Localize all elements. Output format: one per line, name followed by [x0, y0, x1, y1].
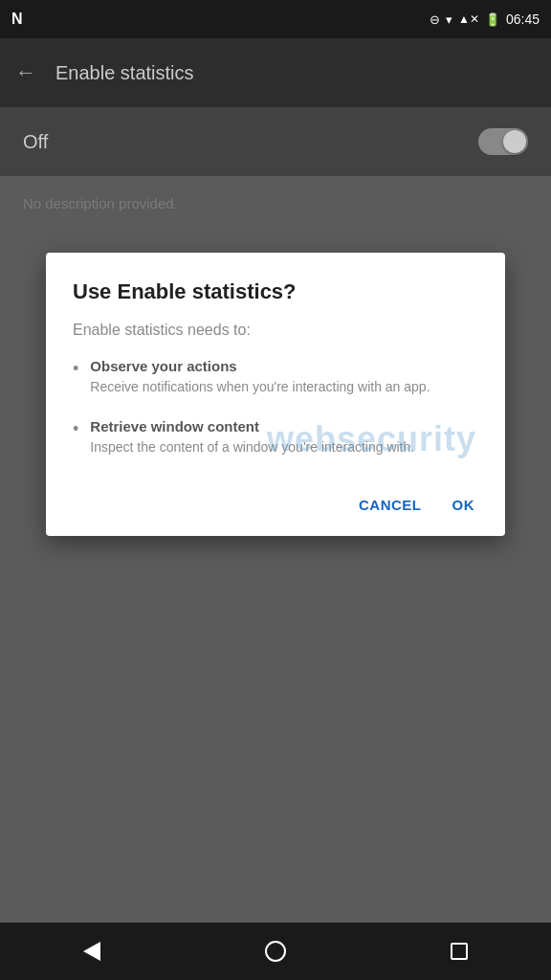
permission-desc-observe: Receive notifications when you're intera…	[90, 378, 430, 397]
nav-home-button[interactable]	[253, 928, 298, 974]
settings-row: Off	[0, 107, 551, 176]
toggle-knob	[503, 130, 526, 153]
nav-bar	[0, 923, 551, 980]
bullet-icon-retrieve: •	[73, 418, 78, 440]
enable-statistics-toggle[interactable]	[478, 128, 528, 155]
nav-recents-button[interactable]	[436, 928, 482, 974]
n-logo-icon: N	[11, 11, 23, 28]
home-circle-icon	[265, 941, 286, 962]
wifi-icon: ▾	[446, 12, 452, 27]
ok-button[interactable]: OK	[449, 489, 479, 521]
permission-item-retrieve: • Retrieve window content Inspect the co…	[73, 418, 478, 457]
permission-title-retrieve: Retrieve window content	[90, 418, 414, 434]
status-bar-left: N	[11, 11, 23, 28]
dialog-subtitle: Enable statistics needs to:	[73, 322, 478, 339]
status-bar-right: ⊖ ▾ ▲✕ 🔋 06:45	[430, 11, 540, 27]
permission-dialog: Use Enable statistics? Enable statistics…	[46, 253, 505, 536]
dialog-title: Use Enable statistics?	[73, 279, 478, 304]
status-bar: N ⊖ ▾ ▲✕ 🔋 06:45	[0, 0, 551, 38]
app-bar: ← Enable statistics	[0, 38, 551, 107]
permission-content-observe: Observe your actions Receive notificatio…	[90, 358, 430, 397]
app-bar-title: Enable statistics	[55, 62, 194, 84]
signal-icon: ▲✕	[458, 12, 479, 26]
settings-off-label: Off	[23, 131, 48, 153]
back-button[interactable]: ←	[15, 60, 36, 85]
dialog-overlay: Use Enable statistics? Enable statistics…	[0, 176, 551, 923]
do-not-disturb-icon: ⊖	[430, 12, 440, 27]
permission-title-observe: Observe your actions	[90, 358, 430, 374]
permission-item-observe: • Observe your actions Receive notificat…	[73, 358, 478, 397]
back-triangle-icon	[83, 942, 100, 961]
battery-icon: 🔋	[485, 12, 500, 27]
recents-square-icon	[451, 943, 468, 960]
bullet-icon-observe: •	[73, 358, 78, 380]
nav-back-button[interactable]	[69, 928, 115, 974]
permission-desc-retrieve: Inspect the content of a window you're i…	[90, 438, 414, 457]
cancel-button[interactable]: CANCEL	[355, 489, 426, 521]
dialog-buttons: CANCEL OK	[73, 478, 478, 521]
permission-content-retrieve: Retrieve window content Inspect the cont…	[90, 418, 414, 457]
status-time: 06:45	[506, 11, 540, 27]
